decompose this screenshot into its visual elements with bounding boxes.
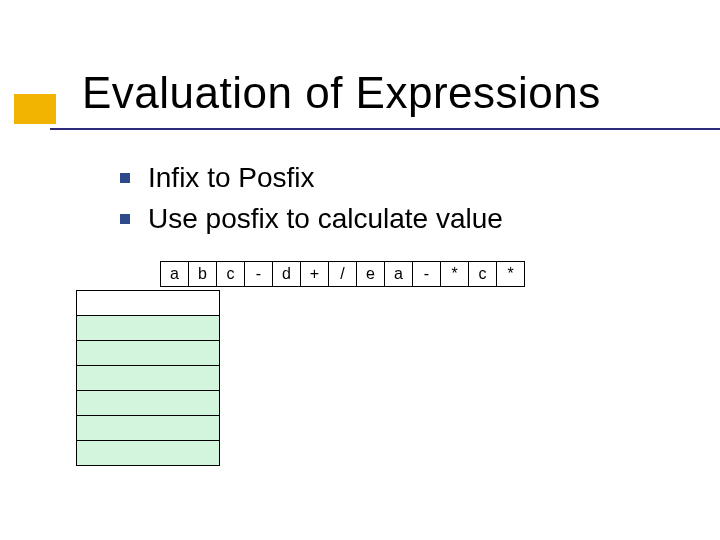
token-cell: a — [160, 261, 189, 287]
bullet-list: Infix to Posfix Use posfix to calculate … — [120, 158, 503, 239]
token-cell: * — [440, 261, 469, 287]
bullet-item: Use posfix to calculate value — [120, 199, 503, 240]
stack-cell — [76, 390, 220, 416]
stack-cell — [76, 365, 220, 391]
token-cell: - — [412, 261, 441, 287]
postfix-token-row: a b c - d + / e a - * c * — [160, 261, 525, 287]
stack-cell — [76, 415, 220, 441]
token-cell: * — [496, 261, 525, 287]
accent-block — [14, 94, 56, 124]
bullet-square-icon — [120, 214, 130, 224]
token-cell: d — [272, 261, 301, 287]
stack-cell — [76, 440, 220, 466]
token-cell: c — [468, 261, 497, 287]
page-title: Evaluation of Expressions — [82, 68, 601, 118]
stack-cell — [76, 315, 220, 341]
token-cell: + — [300, 261, 329, 287]
token-cell: c — [216, 261, 245, 287]
token-cell: a — [384, 261, 413, 287]
bullet-item: Infix to Posfix — [120, 158, 503, 199]
token-cell: e — [356, 261, 385, 287]
token-cell: / — [328, 261, 357, 287]
stack-cell — [76, 290, 220, 316]
slide: Evaluation of Expressions Infix to Posfi… — [0, 0, 720, 540]
evaluation-stack — [76, 290, 220, 466]
title-underline — [50, 128, 720, 130]
bullet-text: Use posfix to calculate value — [148, 199, 503, 240]
token-cell: - — [244, 261, 273, 287]
bullet-text: Infix to Posfix — [148, 158, 315, 199]
bullet-square-icon — [120, 173, 130, 183]
stack-cell — [76, 340, 220, 366]
token-cell: b — [188, 261, 217, 287]
